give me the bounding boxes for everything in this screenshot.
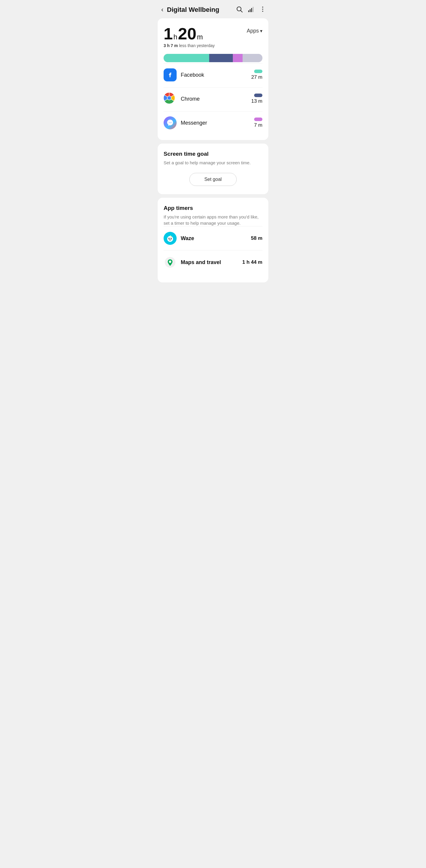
hours-unit: h <box>173 33 177 41</box>
timer-item-waze[interactable]: Waze 58 m <box>164 226 262 250</box>
minutes-value: 20 <box>178 26 196 42</box>
facebook-color-dot <box>254 69 262 73</box>
maps-icon <box>164 256 176 269</box>
messenger-time-wrap: 7 m <box>254 118 262 128</box>
more-icon[interactable] <box>259 6 266 14</box>
timer-item-maps[interactable]: Maps and travel 1 h 44 m <box>164 250 262 274</box>
set-goal-button[interactable]: Set goal <box>189 173 237 186</box>
svg-rect-3 <box>250 9 251 12</box>
apps-dropdown[interactable]: Apps ▾ <box>247 28 262 34</box>
chevron-down-icon: ▾ <box>260 28 262 34</box>
hours-value: 1 <box>164 26 173 42</box>
messenger-time: 7 m <box>254 122 262 128</box>
app-item-messenger[interactable]: Messenger 7 m <box>164 111 262 134</box>
goal-title: Screen time goal <box>164 151 262 157</box>
app-item-chrome[interactable]: Chrome 13 m <box>164 87 262 110</box>
app-item-facebook[interactable]: Facebook 27 m <box>164 63 262 86</box>
header-icons <box>236 6 266 14</box>
svg-point-35 <box>169 260 171 263</box>
svg-point-26 <box>167 96 171 100</box>
header: ‹ Digital Wellbeing <box>155 0 271 18</box>
timers-title: App timers <box>164 205 262 211</box>
svg-point-28 <box>167 236 173 242</box>
search-icon[interactable] <box>236 6 243 14</box>
facebook-icon <box>164 68 176 82</box>
facebook-label: Facebook <box>181 72 251 78</box>
waze-label: Waze <box>181 235 251 242</box>
svg-line-1 <box>241 10 242 12</box>
comparison-value: 3 h 7 m <box>164 43 178 48</box>
facebook-time-wrap: 27 m <box>251 69 262 80</box>
back-button[interactable]: ‹ <box>160 5 164 15</box>
apps-label: Apps <box>247 28 259 34</box>
messenger-color-dot <box>254 118 262 121</box>
page-title: Digital Wellbeing <box>167 6 233 13</box>
chrome-icon <box>164 92 176 105</box>
svg-point-29 <box>169 238 170 239</box>
svg-point-31 <box>169 238 169 238</box>
chrome-color-dot <box>254 94 262 97</box>
timers-description: If you're using certain apps more than y… <box>164 214 262 226</box>
chrome-time: 13 m <box>251 98 262 104</box>
time-row: 1 h 20 m 3 h 7 m less than yesterday App… <box>164 26 262 48</box>
chrome-time-wrap: 13 m <box>251 94 262 104</box>
comparison-text: 3 h 7 m less than yesterday <box>164 43 215 48</box>
svg-point-32 <box>171 238 172 238</box>
messenger-label: Messenger <box>181 120 254 126</box>
progress-segment-other <box>242 54 262 62</box>
minutes-unit: m <box>197 33 203 41</box>
app-timers-card: App timers If you're using certain apps … <box>158 198 268 282</box>
goal-description: Set a goal to help manage your screen ti… <box>164 160 262 166</box>
svg-point-7 <box>262 8 263 10</box>
maps-label: Maps and travel <box>181 259 242 266</box>
svg-rect-2 <box>248 10 249 12</box>
maps-time: 1 h 44 m <box>242 259 262 265</box>
signal-icon <box>248 6 255 14</box>
screen-time-goal-card: Screen time goal Set a goal to help mana… <box>158 144 268 194</box>
progress-segment-messenger <box>233 54 242 62</box>
usage-card: 1 h 20 m 3 h 7 m less than yesterday App… <box>158 18 268 140</box>
facebook-time: 27 m <box>251 74 262 80</box>
waze-time: 58 m <box>251 235 262 241</box>
svg-rect-4 <box>251 8 252 12</box>
progress-segment-chrome <box>209 54 233 62</box>
chrome-label: Chrome <box>181 96 251 102</box>
messenger-icon <box>164 116 176 129</box>
usage-progress-bar <box>164 54 262 62</box>
progress-segment-facebook <box>164 54 209 62</box>
svg-rect-5 <box>253 7 254 12</box>
svg-point-30 <box>171 238 172 239</box>
svg-point-33 <box>171 236 172 237</box>
comparison-suffix: less than yesterday <box>179 43 215 48</box>
time-display: 1 h 20 m 3 h 7 m less than yesterday <box>164 26 215 48</box>
waze-icon <box>164 232 176 245</box>
svg-point-6 <box>262 6 263 8</box>
svg-point-8 <box>262 11 263 12</box>
